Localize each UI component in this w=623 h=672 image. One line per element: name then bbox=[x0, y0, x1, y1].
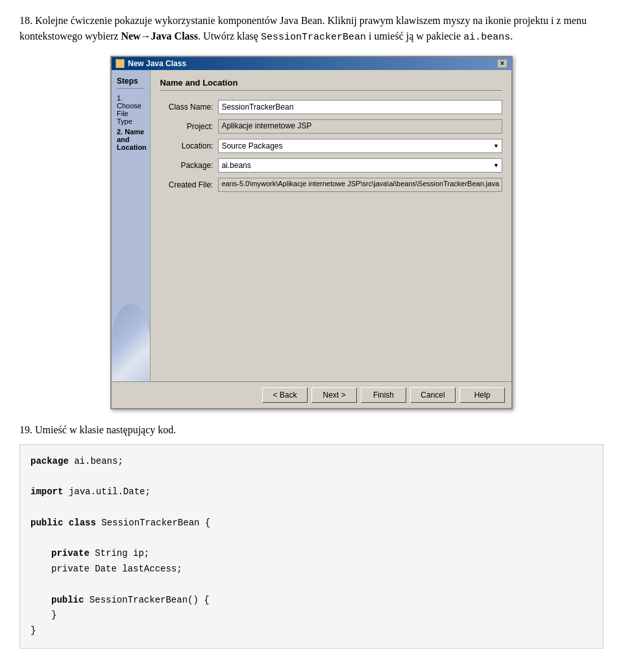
code-block: package ai.beans; import java.util.Date;… bbox=[19, 444, 604, 649]
class-name-row: Class Name: bbox=[160, 100, 502, 114]
kw-private1: private bbox=[51, 548, 90, 558]
package-row: Package: ai.beans ▼ bbox=[160, 158, 502, 173]
dialog-footer: < Back Next > Finish Cancel Help bbox=[112, 381, 511, 408]
code-line-7: private String ip; bbox=[31, 546, 592, 562]
project-label: Project: bbox=[160, 122, 218, 131]
kw-package: package bbox=[31, 456, 69, 466]
location-value: Source Packages bbox=[221, 141, 282, 150]
code-line-6 bbox=[31, 531, 592, 546]
package-value: ai.beans bbox=[221, 161, 250, 170]
dialog-titlebar: New Java Class × bbox=[112, 57, 511, 70]
section-title: Name and Location bbox=[160, 78, 502, 91]
next-button[interactable]: Next > bbox=[312, 387, 357, 403]
location-select[interactable]: Source Packages ▼ bbox=[218, 139, 502, 153]
kw-public2: public bbox=[51, 595, 84, 605]
dialog-container: New Java Class × Steps 1. Choose File Ty… bbox=[19, 56, 604, 409]
kw-class: class bbox=[69, 518, 96, 528]
code-line-8: private Date lastAccess; bbox=[31, 562, 592, 577]
class-name-inline: SessionTrackerBean bbox=[261, 32, 366, 43]
kw-public1: public bbox=[31, 518, 63, 528]
location-arrow-icon: ▼ bbox=[493, 143, 499, 149]
code-line-12: } bbox=[31, 623, 592, 639]
package-inline: ai.beans bbox=[463, 32, 510, 43]
help-button[interactable]: Help bbox=[459, 387, 505, 403]
new-java-class-text: New→Java Class bbox=[121, 30, 198, 42]
step19-text: 19. Umieść w klasie następujący kod. bbox=[19, 422, 604, 438]
finish-button[interactable]: Finish bbox=[361, 387, 406, 403]
dialog-sidebar: Steps 1. Choose File Type 2. Name and Lo… bbox=[112, 70, 151, 381]
class-name-input[interactable] bbox=[218, 100, 502, 114]
cancel-button[interactable]: Cancel bbox=[410, 387, 456, 403]
location-row: Location: Source Packages ▼ bbox=[160, 139, 502, 153]
code-line-10: public SessionTrackerBean() { bbox=[31, 593, 592, 608]
code-line-2 bbox=[31, 469, 592, 485]
package-select[interactable]: ai.beans ▼ bbox=[218, 158, 502, 173]
created-file-label: Created File: bbox=[160, 180, 218, 189]
step18-text4: . bbox=[510, 30, 513, 42]
code-line-9 bbox=[31, 577, 592, 593]
titlebar-left: New Java Class bbox=[116, 59, 186, 68]
sidebar-decoration bbox=[112, 304, 150, 381]
dialog-main: Name and Location Class Name: Project: A… bbox=[151, 70, 511, 381]
step2-label: 2. Name and Location bbox=[117, 128, 145, 151]
code-line-11: } bbox=[31, 608, 592, 623]
created-file-value: eans-5.0\mywork\Aplikacje internetowe JS… bbox=[218, 178, 502, 192]
project-value: Aplikacje internetowe JSP bbox=[218, 119, 502, 134]
code-line-1: package ai.beans; bbox=[31, 454, 592, 470]
dialog-icon bbox=[116, 59, 125, 68]
package-label: Package: bbox=[160, 161, 218, 170]
code-line-3: import java.util.Date; bbox=[31, 485, 592, 500]
code-line-4 bbox=[31, 500, 592, 516]
step1-label: 1. Choose File Type bbox=[117, 94, 145, 125]
class-name-label: Class Name: bbox=[160, 102, 218, 112]
back-button[interactable]: < Back bbox=[262, 387, 308, 403]
created-file-row: Created File: eans-5.0\mywork\Aplikacje … bbox=[160, 178, 502, 192]
close-button[interactable]: × bbox=[497, 59, 507, 68]
step18-text2: . Utwórz klasę bbox=[198, 30, 261, 42]
step18-text3: i umieść ją w pakiecie bbox=[366, 30, 463, 42]
dialog-title: New Java Class bbox=[128, 59, 186, 68]
kw-import: import bbox=[31, 486, 63, 497]
package-arrow-icon: ▼ bbox=[493, 162, 499, 169]
new-java-class-dialog: New Java Class × Steps 1. Choose File Ty… bbox=[110, 56, 513, 409]
steps-title: Steps bbox=[117, 77, 145, 89]
location-label: Location: bbox=[160, 141, 218, 150]
code-line-5: public class SessionTrackerBean { bbox=[31, 516, 592, 531]
intro-paragraph: 18. Kolejne ćwiczenie pokazuje wykorzyst… bbox=[19, 13, 604, 45]
dialog-body: Steps 1. Choose File Type 2. Name and Lo… bbox=[112, 70, 511, 381]
project-row: Project: Aplikacje internetowe JSP bbox=[160, 119, 502, 134]
